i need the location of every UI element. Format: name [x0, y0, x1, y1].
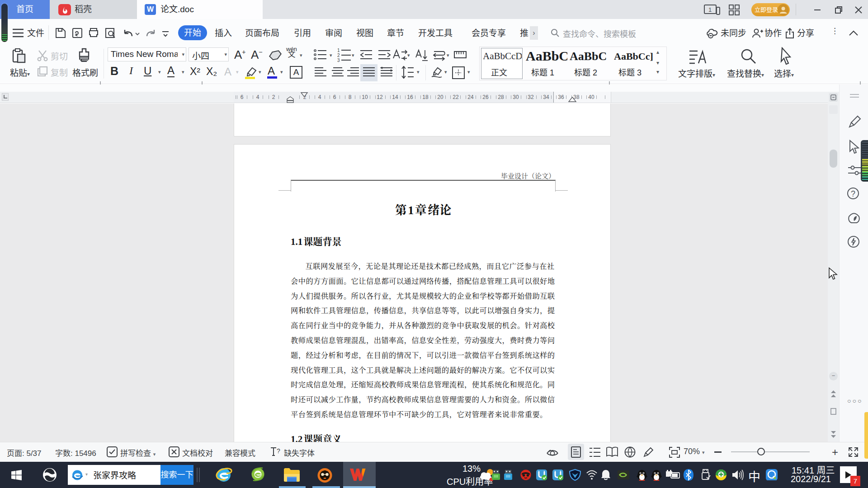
svg-text:1: 1 [708, 6, 712, 13]
svg-text:?: ? [277, 447, 280, 455]
svg-text:3: 3 [337, 58, 340, 62]
svg-text:1: 1 [337, 48, 340, 53]
svg-text:2: 2 [337, 53, 340, 58]
